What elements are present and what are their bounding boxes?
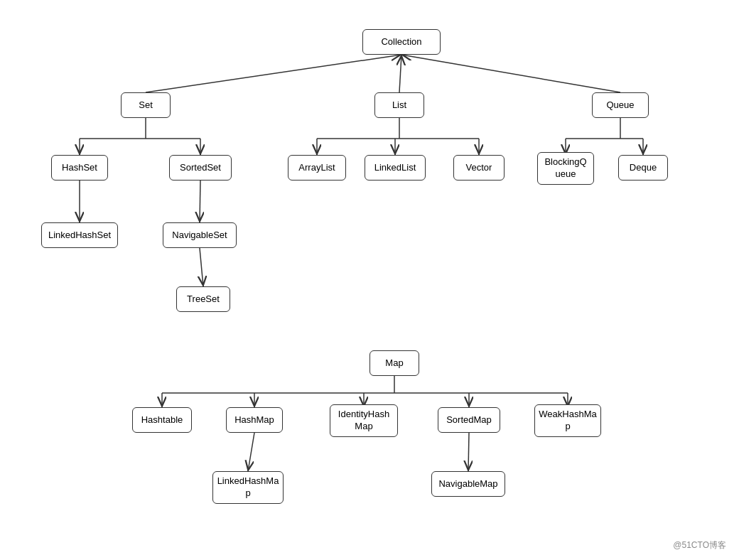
svg-line-27 <box>468 433 469 471</box>
svg-line-17 <box>200 181 200 222</box>
node-navigablemap: NavigableMap <box>431 471 505 497</box>
node-treeset: TreeSet <box>176 286 230 312</box>
watermark: @51CTO博客 <box>673 539 726 551</box>
svg-line-1 <box>399 55 401 92</box>
svg-line-18 <box>200 248 203 286</box>
svg-line-2 <box>401 55 620 92</box>
node-linkedhashset: LinkedHashSet <box>41 222 118 248</box>
node-sortedmap: SortedMap <box>438 407 500 433</box>
node-list: List <box>374 92 424 118</box>
node-hashmap: HashMap <box>226 407 283 433</box>
node-queue: Queue <box>592 92 649 118</box>
node-linkedhashmap: LinkedHashMap <box>212 471 284 504</box>
node-sortedset: SortedSet <box>169 155 232 181</box>
node-navigableset: NavigableSet <box>163 222 237 248</box>
node-blockingqueue: BlockingQueue <box>537 152 594 185</box>
svg-line-26 <box>248 433 254 471</box>
node-identityhashmap: IdentityHashMap <box>330 404 398 437</box>
node-set: Set <box>121 92 171 118</box>
node-vector: Vector <box>453 155 505 181</box>
node-hashtable: Hashtable <box>132 407 192 433</box>
node-arraylist: ArrayList <box>288 155 346 181</box>
node-linkedlist: LinkedList <box>365 155 426 181</box>
node-collection: Collection <box>362 29 441 55</box>
connection-lines <box>0 0 739 560</box>
node-deque: Deque <box>618 155 668 181</box>
node-map: Map <box>370 350 419 376</box>
svg-line-0 <box>146 55 401 92</box>
diagram: Collection Set List Queue HashSet Sorted… <box>0 0 739 560</box>
node-weakhashmap: WeakHashMap <box>534 404 601 437</box>
node-hashset: HashSet <box>51 155 108 181</box>
